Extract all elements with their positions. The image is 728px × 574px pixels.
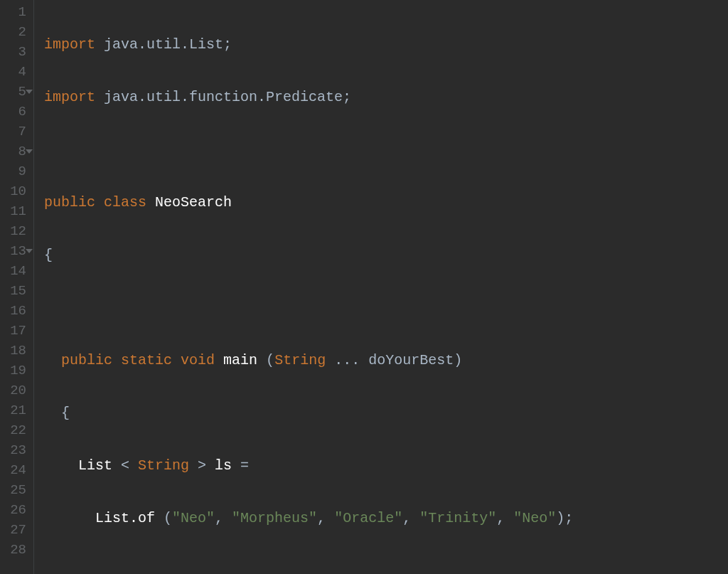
line-number: 4	[4, 62, 26, 82]
code-area[interactable]: import java.util.List; import java.util.…	[34, 0, 728, 574]
line-number: 9	[4, 161, 26, 181]
line-number: 18	[4, 341, 26, 361]
line-number: 23	[4, 440, 26, 460]
line-number: 19	[4, 361, 26, 381]
line-number: 3	[4, 42, 26, 62]
code-editor[interactable]: 1 2 3 4 5 6 7 8 9 10 11 12 13 14 15 16 1…	[0, 0, 728, 574]
line-number: 17	[4, 321, 26, 341]
line-number: 1	[4, 2, 26, 22]
line-number: 11	[4, 201, 26, 221]
line-number: 16	[4, 301, 26, 321]
code-line[interactable]: {	[44, 245, 728, 265]
line-number: 26	[4, 500, 26, 520]
line-number: 28	[4, 540, 26, 560]
code-line[interactable]: {	[44, 403, 728, 423]
code-line[interactable]: List.of ("Neo", "Morpheus", "Oracle", "T…	[44, 509, 728, 528]
code-line[interactable]	[44, 140, 728, 160]
code-line[interactable]	[44, 561, 728, 574]
code-line[interactable]: import java.util.List;	[44, 35, 728, 55]
line-number-gutter: 1 2 3 4 5 6 7 8 9 10 11 12 13 14 15 16 1…	[0, 0, 34, 574]
line-number-foldable[interactable]: 13	[4, 241, 26, 261]
line-number: 10	[4, 181, 26, 201]
line-number: 25	[4, 480, 26, 500]
code-line[interactable]	[44, 298, 728, 318]
line-number: 6	[4, 102, 26, 122]
code-line[interactable]: import java.util.function.Predicate;	[44, 87, 728, 107]
line-number-foldable[interactable]: 5	[4, 82, 26, 102]
line-number: 27	[4, 520, 26, 540]
line-number: 15	[4, 281, 26, 301]
line-number: 12	[4, 221, 26, 241]
code-line[interactable]: public class NeoSearch	[44, 193, 728, 213]
line-number: 22	[4, 420, 26, 440]
line-number: 20	[4, 381, 26, 400]
code-line[interactable]: public static void main (String ... doYo…	[44, 351, 728, 371]
line-number: 21	[4, 400, 26, 420]
line-number: 7	[4, 122, 26, 142]
line-number-foldable[interactable]: 8	[4, 142, 26, 161]
line-number: 14	[4, 261, 26, 281]
line-number: 24	[4, 460, 26, 480]
line-number: 2	[4, 22, 26, 42]
code-line[interactable]: List < String > ls =	[44, 456, 728, 476]
